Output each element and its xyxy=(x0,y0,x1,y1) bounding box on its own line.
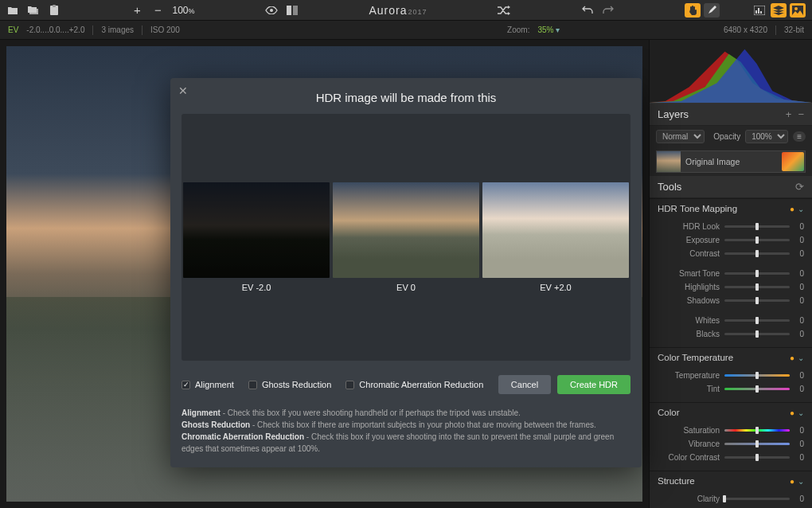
panel-toggle-button[interactable] xyxy=(790,3,806,18)
app-brand: Aurora2017 xyxy=(369,4,427,17)
slider-highlights[interactable]: Highlights0 xyxy=(658,280,804,294)
slider-exposure[interactable]: Exposure0 xyxy=(658,233,804,247)
canvas-area[interactable]: ✕ HDR image will be made from this EV -2… xyxy=(0,40,649,508)
dialog-hints: Alignment - Check this box if you were s… xyxy=(182,407,630,455)
slider-shadows[interactable]: Shadows0 xyxy=(658,294,804,307)
section-color[interactable]: Color●⌄ xyxy=(650,403,812,422)
svg-point-2 xyxy=(270,9,273,12)
redo-icon[interactable] xyxy=(602,4,615,17)
layers-toggle-button[interactable] xyxy=(771,3,787,18)
layer-effect-thumb xyxy=(782,152,804,171)
undo-icon[interactable] xyxy=(581,4,594,17)
bracket-thumb-ev-minus2[interactable]: EV -2.0 xyxy=(183,182,330,292)
layer-thumb xyxy=(657,151,681,172)
svg-rect-8 xyxy=(760,11,762,14)
tools-header: Tools⟳ xyxy=(650,176,812,198)
ghosts-checkbox[interactable]: Ghosts Reduction xyxy=(248,380,331,389)
opacity-select[interactable]: 100% xyxy=(745,130,788,143)
section-structure[interactable]: Structure●⌄ xyxy=(650,471,812,490)
svg-rect-3 xyxy=(287,6,291,15)
svg-rect-4 xyxy=(293,6,298,15)
svg-rect-6 xyxy=(755,10,757,14)
section-hdr-tone[interactable]: HDR Tone Mapping●⌄ xyxy=(650,199,812,218)
right-panel: Layers+− Normal Opacity 100% ≡ Original … xyxy=(649,40,812,508)
brush-tool-button[interactable] xyxy=(704,3,720,18)
section-color-temp[interactable]: Color Temperature●⌄ xyxy=(650,348,812,367)
compare-icon[interactable] xyxy=(286,4,299,17)
zoom-value[interactable]: 100% xyxy=(172,5,194,16)
layer-original[interactable]: Original Image xyxy=(656,150,806,173)
opacity-label: Opacity xyxy=(713,132,740,141)
zoom-percent[interactable]: 35% ▾ xyxy=(537,25,560,34)
iso-value: ISO 200 xyxy=(150,25,180,34)
slider-vibrance[interactable]: Vibrance0 xyxy=(658,437,804,451)
histogram-toggle-button[interactable] xyxy=(751,3,767,18)
layer-menu-icon[interactable]: ≡ xyxy=(793,131,806,142)
alignment-checkbox[interactable]: ✓Alignment xyxy=(182,380,234,389)
top-toolbar: + − 100% Aurora2017 xyxy=(0,0,812,21)
folders-icon[interactable] xyxy=(27,4,40,17)
bracket-thumb-ev-plus2[interactable]: EV +2.0 xyxy=(482,182,629,292)
plus-icon[interactable]: + xyxy=(131,4,143,17)
create-hdr-button[interactable]: Create HDR xyxy=(557,375,630,394)
svg-rect-1 xyxy=(53,5,56,7)
minus-icon[interactable]: − xyxy=(151,4,164,17)
info-bar: EV -2.0....0.0....+2.0 3 images ISO 200 … xyxy=(0,21,812,40)
blend-mode-select[interactable]: Normal xyxy=(656,130,705,143)
slider-saturation[interactable]: Saturation0 xyxy=(658,424,804,437)
cancel-button[interactable]: Cancel xyxy=(498,375,551,394)
ca-checkbox[interactable]: Chromatic Aberration Reduction xyxy=(345,380,483,389)
hand-tool-button[interactable] xyxy=(685,3,701,18)
layers-header: Layers+− xyxy=(650,104,812,126)
ev-values: -2.0....0.0....+2.0 xyxy=(26,25,84,34)
slider-smart-tone[interactable]: Smart Tone0 xyxy=(658,267,804,280)
histogram[interactable] xyxy=(650,40,812,104)
ev-label: EV xyxy=(8,25,18,34)
clipboard-icon[interactable] xyxy=(48,4,61,17)
add-layer-icon[interactable]: + xyxy=(786,108,792,120)
slider-whites[interactable]: Whites0 xyxy=(658,314,804,327)
bracket-thumb-ev-0[interactable]: EV 0 xyxy=(333,182,479,292)
zoom-label: Zoom: xyxy=(507,25,529,34)
slider-hdr-look[interactable]: HDR Look0 xyxy=(658,220,804,233)
slider-tint[interactable]: Tint0 xyxy=(658,382,804,396)
slider-color-contrast[interactable]: Color Contrast0 xyxy=(658,451,804,464)
svg-point-10 xyxy=(794,7,798,10)
slider-contrast[interactable]: Contrast0 xyxy=(658,247,804,260)
svg-rect-7 xyxy=(758,8,759,14)
bit-depth: 32-bit xyxy=(784,25,804,34)
dimensions: 6480 x 4320 xyxy=(724,25,767,34)
folder-open-icon[interactable] xyxy=(6,4,19,17)
hdr-create-dialog: ✕ HDR image will be made from this EV -2… xyxy=(170,78,642,467)
refresh-icon[interactable]: ⟳ xyxy=(795,181,804,193)
close-icon[interactable]: ✕ xyxy=(178,84,188,97)
remove-layer-icon[interactable]: − xyxy=(798,108,804,120)
shuffle-icon[interactable] xyxy=(498,4,510,17)
layer-name: Original Image xyxy=(681,157,744,166)
image-count: 3 images xyxy=(101,25,134,34)
slider-clarity[interactable]: Clarity0 xyxy=(658,492,804,506)
slider-blacks[interactable]: Blacks0 xyxy=(658,327,804,341)
dialog-title: HDR image will be made from this xyxy=(182,91,630,104)
eye-icon[interactable] xyxy=(265,4,278,17)
slider-temperature[interactable]: Temperature0 xyxy=(658,369,804,382)
